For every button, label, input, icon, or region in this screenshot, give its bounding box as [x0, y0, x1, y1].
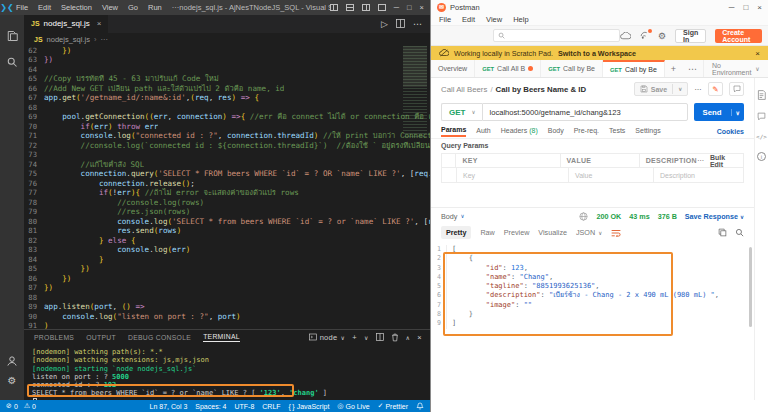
status-item-spaces-4[interactable]: Spaces: 4 [195, 403, 226, 410]
capture-requests-icon[interactable] [640, 31, 649, 40]
method-selector[interactable]: GET ∨ [441, 103, 482, 121]
search-response-icon[interactable] [735, 228, 744, 237]
request-tab-settings[interactable]: Settings [635, 127, 660, 136]
settings-gear-icon[interactable]: ⚙ [8, 375, 17, 386]
customize-layout-icon[interactable] [378, 4, 386, 11]
tab-close-icon[interactable]: × [97, 19, 102, 28]
documentation-icon[interactable] [757, 90, 766, 100]
code-snippet-icon[interactable]: </> [756, 133, 767, 140]
minimap[interactable] [403, 46, 427, 138]
menu-item-go[interactable]: Go [128, 3, 138, 12]
info-icon[interactable]: i [757, 152, 766, 161]
kill-terminal-icon[interactable] [391, 333, 399, 342]
sync-cloud-icon[interactable] [620, 32, 631, 40]
response-body-tab[interactable]: Body [441, 212, 457, 221]
param-key-input[interactable]: Key [456, 168, 568, 182]
tab-call-by-be[interactable]: GETCall by Be [603, 60, 665, 77]
split-terminal-icon[interactable] [376, 333, 384, 341]
view-tab-preview[interactable]: Preview [504, 228, 530, 237]
split-editor-icon[interactable] [396, 19, 405, 28]
param-value-input[interactable]: Value [568, 168, 653, 182]
search-icon[interactable] [0, 49, 24, 75]
request-tab-pre-req-[interactable]: Pre-req. [574, 127, 599, 136]
send-button[interactable]: Send ∨ [694, 103, 744, 121]
tab-call-all-b[interactable]: GETCall All B [475, 60, 541, 77]
param-description-input[interactable]: Description [653, 168, 743, 182]
request-tab-params[interactable]: Params [441, 126, 466, 137]
status-item-javascript[interactable]: { }JavaScript [289, 403, 330, 410]
response-scrollbar[interactable] [749, 247, 752, 327]
status-item-prettier[interactable]: ✓Prettier [378, 402, 408, 410]
menu-item-run[interactable]: Run [148, 3, 162, 12]
errors-indicator[interactable]: ⊘ 0 [6, 402, 18, 410]
status-item-go-live[interactable]: ◎Go Live [337, 402, 369, 410]
minimize-button[interactable]: ─ [394, 3, 399, 12]
response-body-viewer[interactable]: 1[2 {3 "id": 123,4 "name": "Chang",5 "ta… [431, 241, 754, 329]
tab-nodejs-sql[interactable]: JS nodejs_sql.js × [24, 15, 109, 33]
new-terminal-icon[interactable]: + [352, 333, 357, 342]
maximize-button[interactable]: □ [743, 3, 748, 12]
request-more-actions-icon[interactable]: ⋯ [694, 85, 702, 94]
comments-icon[interactable] [729, 82, 744, 96]
save-button[interactable]: Save ∨ [634, 82, 688, 96]
terminal-dropdown-icon[interactable]: ∨ [364, 334, 369, 341]
new-tab-button[interactable]: + [665, 60, 682, 77]
bulk-edit-button[interactable]: Bulk Edit [710, 154, 737, 168]
breadcrumb-more[interactable]: ··· [100, 35, 108, 44]
terminal-shell-selector[interactable]: node ∨ [309, 333, 346, 342]
view-tab-raw[interactable]: Raw [480, 228, 494, 237]
breadcrumb[interactable]: JS nodejs_sql.js › ··· [24, 33, 430, 46]
explorer-icon[interactable] [0, 23, 24, 49]
close-button[interactable]: × [420, 3, 424, 12]
tab-options-icon[interactable]: ⋯ [682, 60, 703, 77]
create-account-button[interactable]: Create Account [715, 29, 762, 43]
edit-pencil-icon[interactable]: ✎ [708, 82, 723, 96]
menu-item-file[interactable]: File [439, 15, 451, 24]
banner-close-icon[interactable]: × [755, 49, 760, 58]
minimize-button[interactable]: ─ [729, 3, 735, 12]
view-tab-pretty[interactable]: Pretty [441, 226, 471, 239]
request-tab-body[interactable]: Body [548, 127, 564, 136]
close-panel-icon[interactable]: × [417, 333, 422, 342]
menu-item-help[interactable]: Help [513, 15, 528, 24]
search-input[interactable] [493, 29, 620, 42]
send-options-icon[interactable]: ∨ [731, 109, 744, 116]
sign-in-button[interactable]: Sign In [675, 29, 706, 43]
panel-tab-debug-console[interactable]: DEBUG CONSOLE [128, 334, 191, 341]
url-input[interactable]: localhost:5000/getname_id/chang&123 [482, 103, 687, 121]
wrap-text-icon[interactable] [611, 229, 621, 237]
cookies-link[interactable]: Cookies [717, 128, 744, 135]
menu-item-selection[interactable]: Selection [61, 3, 92, 12]
request-name[interactable]: Call by Beers Name & ID [496, 85, 587, 94]
comments-rail-icon[interactable] [757, 112, 766, 121]
maximize-panel-icon[interactable]: ∧ [406, 334, 411, 341]
menu-item-edit[interactable]: Edit [38, 3, 51, 12]
environment-selector[interactable]: No Environment ∨ [703, 60, 768, 77]
format-selector[interactable]: JSON ∨ [576, 228, 602, 237]
menu-item-···[interactable]: ··· [172, 3, 180, 12]
save-response-button[interactable]: Save Response ∨ [685, 212, 744, 221]
collection-name[interactable]: Call All Beers [441, 85, 487, 94]
menu-item-edit[interactable]: Edit [462, 15, 475, 24]
tab-call-by-be[interactable]: GETCall by Be [541, 60, 603, 77]
menu-item-file[interactable]: File [16, 3, 28, 12]
toggle-panel-icon[interactable] [346, 4, 354, 11]
status-item-ln-87-col-3[interactable]: Ln 87, Col 3 [150, 403, 188, 410]
request-tab-headers[interactable]: Headers (8) [501, 127, 538, 136]
menu-item-view[interactable]: View [102, 3, 118, 12]
banner-workspace-link[interactable]: Switch to a Workspace [558, 49, 636, 58]
close-button[interactable]: × [757, 3, 762, 12]
bell-icon[interactable] [416, 402, 424, 410]
response-time[interactable]: 43 ms [629, 212, 649, 221]
status-item-crlf[interactable]: CRLF [262, 403, 280, 410]
breadcrumb-file[interactable]: nodejs_sql.js [47, 35, 90, 44]
table-more-icon[interactable]: ⋯ [697, 157, 704, 165]
tab-overview[interactable]: Overview [431, 60, 475, 77]
editor-more-actions-icon[interactable]: ⋯ [413, 19, 422, 29]
status-item-utf-8[interactable]: UTF-8 [234, 403, 254, 410]
maximize-button[interactable]: □ [407, 3, 412, 12]
toggle-sidebar-icon[interactable] [330, 4, 338, 11]
menu-item-view[interactable]: View [486, 15, 502, 24]
code-editor[interactable]: 62 })63})6465//Copy บรรทัดที่ 45 - 63 มา… [24, 46, 430, 329]
toggle-secondary-sidebar-icon[interactable] [362, 4, 370, 11]
